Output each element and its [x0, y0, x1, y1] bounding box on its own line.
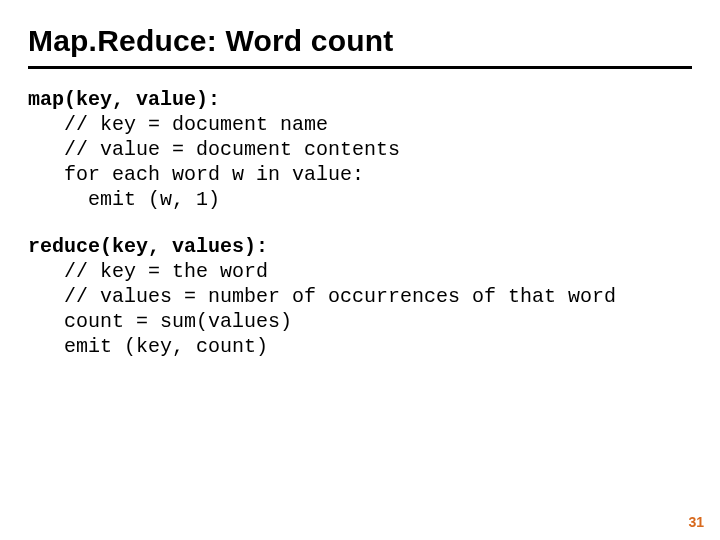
map-code-block: map(key, value): // key = document name …: [28, 87, 692, 212]
map-signature: map(key, value):: [28, 88, 220, 111]
slide-title: Map.Reduce: Word count: [28, 24, 692, 58]
title-underline: [28, 66, 692, 69]
map-line-2: // value = document contents: [28, 138, 400, 161]
reduce-code-block: reduce(key, values): // key = the word /…: [28, 234, 692, 359]
map-line-4: emit (w, 1): [28, 188, 220, 211]
reduce-line-4: emit (key, count): [28, 335, 268, 358]
slide: Map.Reduce: Word count map(key, value): …: [0, 0, 720, 540]
map-line-1: // key = document name: [28, 113, 328, 136]
map-line-3: for each word w in value:: [28, 163, 364, 186]
reduce-line-3: count = sum(values): [28, 310, 292, 333]
page-number: 31: [688, 514, 704, 530]
reduce-line-1: // key = the word: [28, 260, 268, 283]
reduce-line-2: // values = number of occurrences of tha…: [28, 285, 616, 308]
reduce-signature: reduce(key, values):: [28, 235, 268, 258]
